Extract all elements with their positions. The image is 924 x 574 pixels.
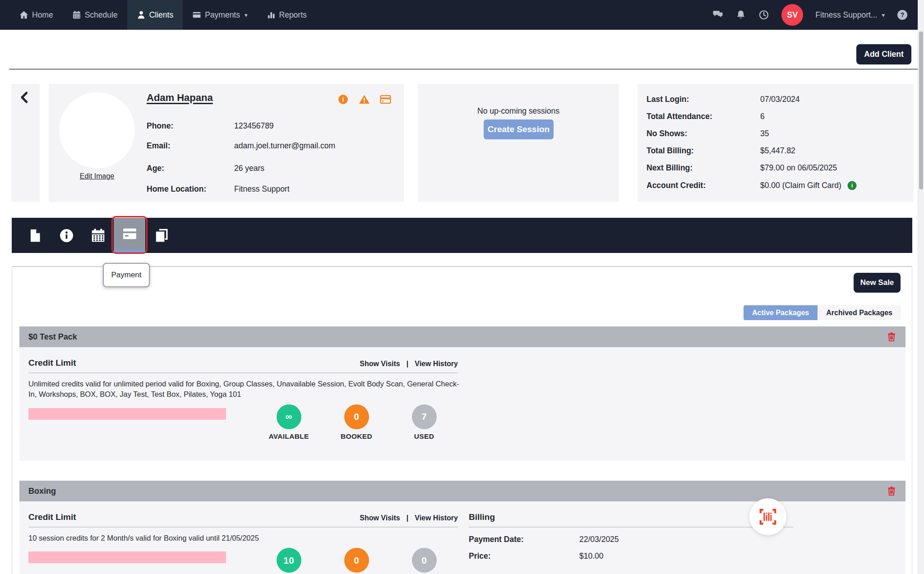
payment-tooltip: Payment bbox=[103, 263, 150, 287]
package-description: 10 session credits for 2 Month/s valid f… bbox=[28, 533, 462, 543]
package-header: $0 Test Pack bbox=[19, 326, 906, 347]
credit-circles: 10 AVAILABLE 0 BOOKED 0 USED bbox=[255, 548, 458, 574]
info-badge-icon[interactable]: i bbox=[337, 94, 349, 105]
nav-item-clients[interactable]: Clients bbox=[127, 0, 183, 30]
package-test-pack: $0 Test Pack Credit Limit Show Visits | … bbox=[19, 326, 906, 461]
nav-item-payments[interactable]: Payments ▾ bbox=[183, 0, 257, 30]
package-description: Unlimited credits valid for unlimited pe… bbox=[28, 379, 462, 400]
billing-label: Price: bbox=[469, 551, 579, 561]
billing-label: Payment Date: bbox=[469, 535, 579, 544]
active-packages-tab[interactable]: Active Packages bbox=[744, 305, 818, 320]
credit-limit-links: Show Visits | View History bbox=[360, 360, 458, 368]
view-history-link[interactable]: View History bbox=[415, 514, 458, 522]
show-visits-link[interactable]: Show Visits bbox=[360, 360, 400, 368]
field-label: Home Location: bbox=[147, 184, 234, 194]
booked-label: BOOKED bbox=[341, 432, 372, 441]
field-value: adam.joel.turner@gmail.com bbox=[234, 141, 335, 151]
package-title: $0 Test Pack bbox=[28, 332, 77, 342]
bell-icon[interactable] bbox=[735, 9, 746, 20]
profile-field-age: Age: 26 years bbox=[147, 164, 264, 173]
credit-limit-title: Credit Limit bbox=[28, 358, 76, 368]
create-session-button[interactable]: Create Session bbox=[484, 119, 554, 139]
stat-label: No Shows: bbox=[647, 129, 760, 138]
trash-icon[interactable] bbox=[887, 332, 896, 342]
available-credit: 10 AVAILABLE bbox=[255, 548, 323, 574]
new-sale-button[interactable]: New Sale bbox=[854, 273, 901, 293]
stat-row-next-billing: Next Billing: $79.00 on 06/05/2025 bbox=[647, 163, 837, 173]
stat-value: $5,447.82 bbox=[760, 146, 795, 156]
client-stats-card: Last Login: 07/03/2024 Total Attendance:… bbox=[638, 84, 914, 202]
back-card bbox=[11, 84, 40, 202]
scrollbar-thumb[interactable] bbox=[919, 32, 923, 189]
available-label: AVAILABLE bbox=[268, 432, 309, 441]
stat-value: $0.00 (Claim Gift Card) bbox=[760, 181, 841, 190]
help-icon[interactable]: ? bbox=[897, 9, 908, 20]
credit-info-icon[interactable]: i bbox=[847, 180, 857, 191]
tab-documents[interactable] bbox=[19, 218, 51, 253]
archived-packages-tab[interactable]: Archived Packages bbox=[818, 305, 901, 320]
link-separator: | bbox=[407, 514, 408, 522]
packages-toggle: Active Packages Archived Packages bbox=[744, 305, 901, 320]
stat-value: 35 bbox=[760, 129, 769, 138]
used-credit: 7 USED bbox=[390, 404, 458, 441]
nav-item-home[interactable]: Home bbox=[10, 0, 63, 30]
package-title: Boxing bbox=[28, 487, 56, 496]
svg-text:i: i bbox=[851, 182, 853, 189]
tab-payment[interactable] bbox=[114, 218, 145, 253]
account-menu[interactable]: Fitness Support... ▾ bbox=[815, 10, 885, 20]
calendar-icon bbox=[91, 228, 106, 243]
nav-item-label: Clients bbox=[149, 10, 174, 20]
nav-item-label: Payments bbox=[205, 10, 240, 20]
tab-schedule[interactable] bbox=[82, 218, 114, 253]
billing-row-price: Price: $10.00 bbox=[469, 551, 803, 561]
trash-icon[interactable] bbox=[887, 486, 896, 496]
billing-card-icon[interactable] bbox=[380, 94, 391, 105]
stat-label: Account Credit: bbox=[647, 181, 760, 190]
chevron-left-icon[interactable] bbox=[18, 91, 32, 104]
stat-row-account-credit: Account Credit: $0.00 (Claim Gift Card) … bbox=[647, 180, 857, 191]
barcode-icon bbox=[758, 506, 778, 527]
stat-row-total-billing: Total Billing: $5,447.82 bbox=[647, 146, 795, 156]
profile-field-location: Home Location: Fitness Support bbox=[147, 184, 290, 194]
nav-item-label: Home bbox=[32, 10, 53, 20]
client-photo bbox=[59, 92, 135, 168]
tab-info[interactable] bbox=[51, 218, 82, 253]
billing-title: Billing bbox=[469, 512, 495, 522]
credit-limit-title: Credit Limit bbox=[28, 512, 76, 522]
tab-notes[interactable] bbox=[145, 218, 177, 253]
account-name: Fitness Support... bbox=[815, 10, 877, 20]
billing-header: Billing bbox=[469, 501, 794, 528]
stat-label: Total Billing: bbox=[647, 146, 760, 156]
warning-icon[interactable] bbox=[359, 94, 370, 105]
client-tabbar bbox=[12, 218, 912, 253]
field-value: 123456789 bbox=[234, 121, 274, 131]
field-label: Email: bbox=[147, 141, 234, 151]
view-history-link[interactable]: View History bbox=[415, 360, 458, 368]
credit-limit-column: Credit Limit Show Visits | View History … bbox=[28, 347, 458, 441]
available-count: ∞ bbox=[277, 404, 301, 429]
show-visits-link[interactable]: Show Visits bbox=[360, 514, 400, 522]
add-client-button[interactable]: Add Client bbox=[856, 44, 911, 64]
nav-left: Home Schedule Clients Payments ▾ bbox=[10, 0, 316, 30]
avatar-initials: SV bbox=[787, 10, 798, 20]
client-profile-card: Edit Image Adam Hapana i Phone: 12345678… bbox=[49, 84, 404, 202]
edit-image-link[interactable]: Edit Image bbox=[59, 172, 135, 180]
scan-barcode-button[interactable] bbox=[749, 498, 786, 535]
billing-value: 22/03/2025 bbox=[579, 535, 619, 544]
credit-usage-row: 10 AVAILABLE 0 BOOKED 0 USED bbox=[28, 548, 458, 574]
chat-icon[interactable] bbox=[712, 9, 723, 20]
top-navbar: Home Schedule Clients Payments ▾ bbox=[0, 0, 924, 30]
profile-field-email: Email: adam.joel.turner@gmail.com bbox=[147, 141, 335, 151]
stat-row-no-shows: No Shows: 35 bbox=[647, 129, 769, 138]
nav-item-schedule[interactable]: Schedule bbox=[63, 0, 127, 30]
tooltip-label: Payment bbox=[111, 271, 141, 280]
client-name-link[interactable]: Adam Hapana bbox=[147, 92, 213, 104]
page-scrollbar[interactable] bbox=[918, 0, 924, 574]
avatar[interactable]: SV bbox=[781, 4, 803, 26]
used-count: 0 bbox=[412, 548, 437, 573]
clock-icon[interactable] bbox=[758, 9, 769, 20]
used-credit: 0 USED bbox=[390, 548, 458, 574]
upcoming-sessions-card: No up-coming sessions Create Session bbox=[418, 84, 619, 202]
field-value: 26 years bbox=[234, 164, 264, 173]
nav-item-reports[interactable]: Reports bbox=[257, 0, 316, 30]
